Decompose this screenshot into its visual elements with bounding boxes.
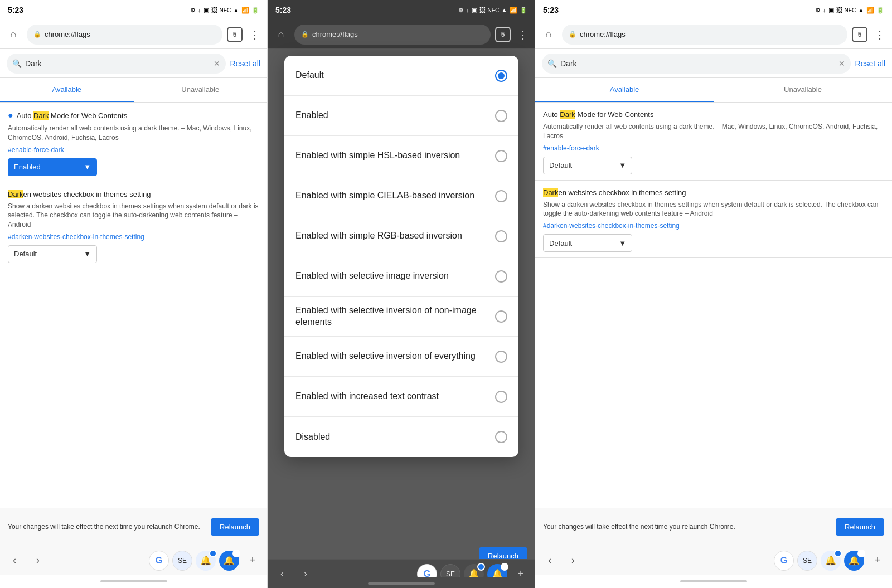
dropdown-sheet: Default Enabled Enabled with simple HSL-… <box>284 56 518 457</box>
tab-count-right[interactable]: 5 <box>852 27 867 42</box>
battery-icon: 🔋 <box>251 7 259 14</box>
reset-all-right[interactable]: Reset all <box>855 59 885 68</box>
flag-auto-dark-dropdown[interactable]: Enabled ▼ <box>8 158 97 176</box>
tab-unavailable-right[interactable]: Unavailable <box>714 78 892 102</box>
more-btn-middle[interactable]: ⋮ <box>515 26 531 43</box>
home-bar-middle <box>368 582 435 585</box>
download-icon: ↓ <box>198 7 201 13</box>
status-bar-right: 5:23 ⚙ ↓ ▣ 🖼 NFC ▲ 📶 🔋 <box>535 0 892 20</box>
flag-title-text-1: Auto Dark Mode for Web Contents <box>17 111 127 120</box>
search-text-right: Dark <box>560 59 835 68</box>
tab-available-right[interactable]: Available <box>535 78 714 102</box>
bell-btn-left[interactable]: 🔔 <box>219 551 239 571</box>
flag-active-dot: ● <box>8 110 13 120</box>
more-btn-left[interactable]: ⋮ <box>247 26 263 43</box>
notif-badge2-left <box>232 550 240 557</box>
more-btn-right[interactable]: ⋮ <box>872 26 888 43</box>
notif-badge-left <box>209 550 217 557</box>
forward-btn-left[interactable]: › <box>28 551 48 571</box>
reset-all-left[interactable]: Reset all <box>230 59 260 68</box>
relaunch-bar-right: Your changes will take effect the next t… <box>535 508 892 546</box>
option-cielab[interactable]: Enabled with simple CIELAB-based inversi… <box>284 176 518 216</box>
flag-darken-link-right[interactable]: #darken-websites-checkbox-in-themes-sett… <box>543 222 884 230</box>
settings-icon-m: ⚙ <box>458 7 464 14</box>
relaunch-btn-right[interactable]: Relaunch <box>836 518 884 536</box>
flag-darken-desc: Show a darken websites checkbox in theme… <box>8 202 259 230</box>
flag-darken-websites: Darken websites checkbox in themes setti… <box>0 182 267 269</box>
flag-title-text-r1: Auto Dark Mode for Web Contents <box>543 110 653 119</box>
notification-icon-left[interactable]: 🔔 <box>196 551 216 571</box>
search-wrapper-left[interactable]: 🔍 Dark ✕ <box>7 54 226 74</box>
tab-count-left[interactable]: 5 <box>227 27 243 42</box>
signal-icon: 📶 <box>241 7 249 14</box>
forward-btn-right[interactable]: › <box>563 551 583 571</box>
home-btn-middle[interactable]: ⌂ <box>272 26 290 43</box>
option-enabled[interactable]: Enabled <box>284 96 518 136</box>
flag-auto-dark-right: Auto Dark Mode for Web Contents Automati… <box>535 103 892 181</box>
middle-panel: 5:23 ⚙ ↓ ▣ 🖼 NFC ▲ 📶 🔋 ⌂ 🔒 chrome://flag… <box>268 0 535 588</box>
flag-darken-value-right: Default <box>549 239 572 247</box>
url-bar-middle[interactable]: 🔒 chrome://flags <box>294 25 491 45</box>
flags-content-left: ● Auto Dark Mode for Web Contents Automa… <box>0 103 267 508</box>
home-btn-left[interactable]: ⌂ <box>4 26 22 43</box>
lock-icon-right: 🔒 <box>569 31 576 38</box>
relaunch-btn-left[interactable]: Relaunch <box>211 518 259 536</box>
home-bar-right <box>680 580 747 582</box>
flag-darken-dropdown[interactable]: Default ▼ <box>8 245 97 263</box>
add-tab-left[interactable]: + <box>243 551 263 571</box>
bell-btn-right[interactable]: 🔔 <box>844 551 864 571</box>
flag-auto-dark-link[interactable]: #enable-force-dark <box>8 146 259 154</box>
home-bar-left <box>100 580 167 582</box>
option-selective-image[interactable]: Enabled with selective image inversion <box>284 256 518 297</box>
tab-count-middle[interactable]: 5 <box>495 27 511 42</box>
se-icon-left[interactable]: SE <box>172 551 192 571</box>
tab-unavailable-left[interactable]: Unavailable <box>134 78 268 102</box>
url-bar-right[interactable]: 🔒 chrome://flags <box>562 25 847 45</box>
tab-available-left[interactable]: Available <box>0 78 134 102</box>
flags-content-right: Auto Dark Mode for Web Contents Automati… <box>535 103 892 508</box>
option-text-contrast-label: Enabled with increased text contrast <box>295 391 495 402</box>
search-bar-right: 🔍 Dark ✕ Reset all <box>535 49 892 78</box>
status-icons-middle: ⚙ ↓ ▣ 🖼 NFC ▲ 📶 🔋 <box>458 7 527 14</box>
settings-icon-r: ⚙ <box>815 7 821 14</box>
option-hsl[interactable]: Enabled with simple HSL-based inversion <box>284 136 518 176</box>
search-wrapper-right[interactable]: 🔍 Dark ✕ <box>542 54 851 74</box>
url-bar-left[interactable]: 🔒 chrome://flags <box>27 25 222 45</box>
option-selective-everything[interactable]: Enabled with selective inversion of ever… <box>284 337 518 377</box>
option-rgb[interactable]: Enabled with simple RGB-based inversion <box>284 216 518 256</box>
radio-text-contrast <box>495 391 507 403</box>
option-selective-non-image[interactable]: Enabled with selective inversion of non-… <box>284 297 518 337</box>
back-btn-right[interactable]: ‹ <box>540 551 560 571</box>
se-icon-right[interactable]: SE <box>797 551 817 571</box>
flag-auto-dark-dropdown-right[interactable]: Default ▼ <box>543 157 632 174</box>
search-clear-right[interactable]: ✕ <box>838 59 845 68</box>
google-icon-left[interactable]: G <box>149 551 169 571</box>
back-btn-left[interactable]: ‹ <box>4 551 25 571</box>
flag-auto-dark-title: ● Auto Dark Mode for Web Contents <box>8 110 259 120</box>
url-text-left: chrome://flags <box>45 30 90 38</box>
sim-icon-r: ▣ <box>828 7 834 14</box>
nfc-icon-m: NFC <box>488 7 500 13</box>
search-clear-left[interactable]: ✕ <box>214 59 220 68</box>
option-default-label: Default <box>295 70 495 81</box>
address-bar-left: ⌂ 🔒 chrome://flags 5 ⋮ <box>0 20 267 49</box>
notif-badge2-middle <box>501 563 508 571</box>
flag-darken-link[interactable]: #darken-websites-checkbox-in-themes-sett… <box>8 233 259 241</box>
option-disabled[interactable]: Disabled <box>284 417 518 457</box>
radio-selective-everything <box>495 351 507 363</box>
option-default[interactable]: Default <box>284 56 518 96</box>
notification-icon-right[interactable]: 🔔 <box>821 551 841 571</box>
radio-enabled <box>495 110 507 122</box>
status-icons-left: ⚙ ↓ ▣ 🖼 NFC ▲ 📶 🔋 <box>190 7 259 14</box>
flag-darken-value: Default <box>14 250 37 258</box>
flag-darken-dropdown-right[interactable]: Default ▼ <box>543 234 632 252</box>
flag-darken-desc-right: Show a darken websites checkbox in theme… <box>543 200 884 219</box>
google-icon-right[interactable]: G <box>774 551 794 571</box>
notif-badge2-right <box>857 550 865 557</box>
flag-auto-dark-link-right[interactable]: #enable-force-dark <box>543 144 884 152</box>
home-btn-right[interactable]: ⌂ <box>540 26 558 43</box>
add-tab-right[interactable]: + <box>867 551 888 571</box>
option-text-contrast[interactable]: Enabled with increased text contrast <box>284 377 518 417</box>
wifi-icon: ▲ <box>233 7 239 13</box>
flag-auto-dark: ● Auto Dark Mode for Web Contents Automa… <box>0 103 267 182</box>
